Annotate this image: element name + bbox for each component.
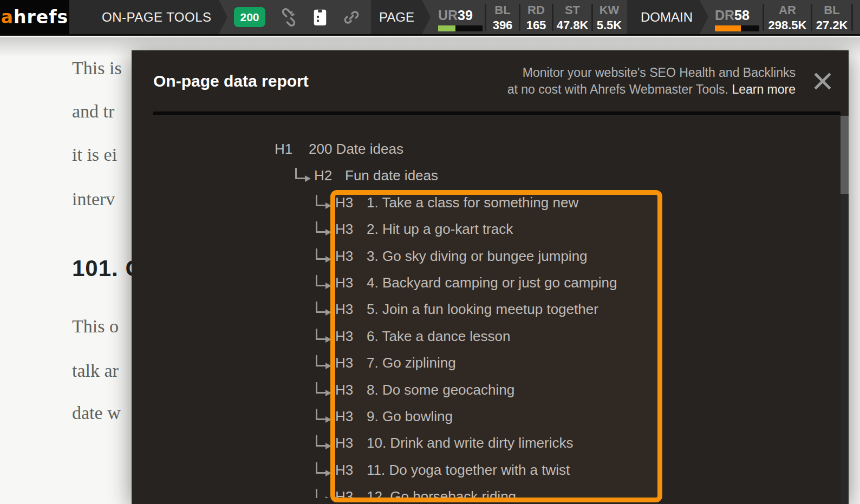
stat-value: 27.2K [812,18,851,33]
onpage-tools-label: ON-PAGE TOOLS [102,10,212,25]
tree-arrow-icon [316,382,325,394]
tree-arrow-icon [316,409,325,420]
panel-scrollbar[interactable] [841,115,849,504]
stat-domain-rank[interactable]: AR 298.5K [764,0,811,34]
tree-arrow-icon [316,275,325,286]
scrollbar-thumb[interactable] [841,116,849,194]
stat-value: 5.5K [593,18,626,33]
promo-line2: at no cost with Ahrefs Webmaster Tools. [507,82,728,96]
domain-rating-block[interactable]: DR58 [708,3,763,31]
heading-row-h1: H1 200 Date ideas [132,136,849,162]
heading-tag: H2 [314,162,332,188]
highlight-box [330,190,662,502]
article-text-fragment: date w [72,403,121,423]
learn-more-link[interactable]: Learn more [732,82,796,96]
stat-value: 165 [520,18,552,33]
ahrefs-logo[interactable]: ahrefs [0,0,69,34]
ur-label: UR [438,8,458,23]
tree-arrow-icon [316,462,325,474]
heading-tag: H1 [275,136,292,162]
logo-letters-hrefs: hrefs [14,6,68,28]
close-button[interactable] [811,69,835,93]
stat-value: 396 [486,18,519,33]
stat-page-keywords[interactable]: KW 5.5K [593,0,626,34]
tree-arrow-icon [316,248,325,260]
stat-label: BL [812,3,851,18]
domain-section-header: DOMAIN [627,0,708,34]
tree-arrow-icon [316,355,325,366]
stat-label: BL [486,3,519,18]
article-text-fragment: talk ar [72,361,119,381]
heading-text: 200 Date ideas [309,136,403,162]
stat-label: RD [520,3,552,18]
stat-value: 47.8K [553,18,591,33]
promo-line1: Monitor your website's SEO Health and Ba… [523,66,796,80]
article-text-fragment: it is ei [72,145,117,165]
tree-arrow-icon [295,168,305,179]
article-text-fragment: interv [72,189,115,210]
ur-value: 39 [458,8,473,23]
stat-domain-backlinks[interactable]: BL 27.2K [812,0,851,34]
page-section-header: PAGE [371,0,431,34]
onpage-tools-section: ON-PAGE TOOLS [69,0,227,34]
ahrefs-logo-text: ahrefs [1,6,68,28]
dr-progress-fill [715,25,741,31]
headings-tree: H1 200 Date ideas H2 Fun date ideas H3 1… [132,115,849,504]
tree-arrow-icon [316,221,325,233]
stat-label: KW [593,3,626,18]
dr-value: 58 [734,8,750,23]
report-clipboard-icon[interactable] [312,8,328,27]
tree-arrow-icon [316,435,325,447]
panel-title: On-page data report [153,72,309,90]
heading-row-h2: H2 Fun date ideas [132,162,849,188]
backlink-chain-icon[interactable] [342,8,361,27]
article-text-fragment: This is [72,58,122,78]
tree-arrow-icon [316,489,325,498]
tree-arrow-icon [316,195,325,206]
url-rating-block[interactable]: UR39 [431,3,485,31]
webmaster-tools-promo: Monitor your website's SEO Health and Ba… [507,64,796,98]
tree-arrow-icon [316,329,325,340]
stat-divider [851,4,853,31]
dr-label: DR [715,8,734,23]
logo-letter-a: a [1,6,14,28]
tree-arrow-icon [316,302,325,313]
broken-link-icon[interactable] [279,8,298,27]
stat-value: 298.5K [764,18,811,33]
page-label: PAGE [379,10,414,25]
ur-progress-fill [438,25,455,31]
panel-header: On-page data report Monitor your website… [132,50,849,112]
article-text-fragment: and tr [72,101,114,122]
stat-label: ST [553,3,591,18]
onpage-data-report-panel: On-page data report Monitor your website… [132,50,849,504]
article-text-fragment: This o [72,316,119,337]
dr-progress-bar [715,25,759,31]
heading-text: Fun date ideas [345,162,438,188]
stat-page-traffic[interactable]: ST 47.8K [553,0,591,34]
domain-stats-section: DR58 AR 298.5K BL 27.2K [708,0,860,34]
domain-label: DOMAIN [641,10,693,25]
ahrefs-toolbar: ahrefs ON-PAGE TOOLS 200 [0,0,860,36]
page-stats-section: UR39 BL 396 RD 165 ST 47.8K KW 5.5K [431,0,627,34]
stat-label: AR [764,3,811,18]
http-status-badge[interactable]: 200 [234,7,265,27]
toolbar-tools-section: 200 [227,0,371,34]
stat-page-backlinks[interactable]: BL 396 [486,0,519,34]
close-icon [812,71,833,91]
stat-page-refdomains[interactable]: RD 165 [520,0,552,34]
ur-progress-bar [438,25,483,31]
